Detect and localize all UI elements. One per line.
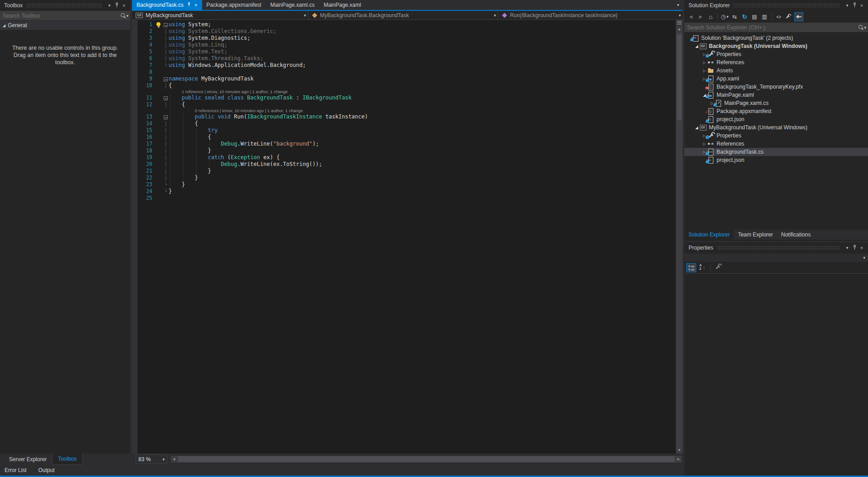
scroll-right-icon[interactable]: ► [675,456,682,463]
search-options-chevron-icon[interactable]: ▾ [864,25,866,30]
search-icon[interactable] [858,24,864,31]
collapse-icon[interactable]: ◢ [694,126,699,130]
fold-margin[interactable]: └ [163,62,169,69]
fold-margin[interactable]: │ [163,82,169,89]
refresh-icon[interactable]: ↻ [740,12,749,21]
codelens-indicator[interactable]: 1 reference | innov, 10 minutes ago | 1 … [169,89,683,94]
chevron-down-icon[interactable]: ▾ [162,457,165,462]
code-line-15[interactable]: 15│ try [132,127,683,134]
fold-margin[interactable]: └ [163,181,169,188]
toolbox-search-input[interactable] [3,13,120,19]
tab-notifications[interactable]: Notifications [777,230,815,240]
code-line-4[interactable]: 4│using System.Linq; [132,42,683,48]
tree-item-mainpage-xaml[interactable]: ◢MainPage.xaml [684,91,868,99]
fold-margin[interactable]: │ [163,161,169,168]
tree-item-backgroungtask-universal-windows[interactable]: ◢BackgroungTask (Universal Windows) [684,42,868,50]
fold-margin[interactable]: │ [163,134,169,141]
pin-tab-icon[interactable] [187,2,191,8]
close-icon[interactable]: × [120,3,127,8]
fold-margin[interactable] [163,76,169,82]
fold-margin[interactable] [163,195,169,202]
tree-item-backgroungtask-temporarykey-pfx[interactable]: BackgroungTask_TemporaryKey.pfx [684,83,868,91]
collapse-icon[interactable]: ◢ [694,44,699,48]
code-line-1[interactable]: 1using System; [132,21,683,28]
fold-margin[interactable]: │ [163,127,169,134]
scrollbar-thumb[interactable] [677,34,682,120]
fold-margin[interactable]: └ [163,188,169,195]
solution-explorer-search-input[interactable] [687,24,858,31]
fold-margin[interactable]: │ [163,154,169,161]
codelens-indicator[interactable]: 0 references | innov, 10 minutes ago | 1… [169,108,683,113]
search-icon[interactable] [120,13,126,19]
code-line-14[interactable]: 14│ { [132,120,683,127]
code-line-8[interactable]: 8 [132,69,683,76]
expand-icon[interactable]: ▷ [702,61,707,65]
close-icon[interactable]: × [858,3,865,8]
collapse-all-icon[interactable]: ▤ [750,12,759,21]
tab-package-appxmanifest[interactable]: Package.appxmanifest [202,0,266,10]
code-line-13[interactable]: 13 public void Run(IBackgroundTaskInstan… [132,113,683,120]
code-line-7[interactable]: 7└using Windows.ApplicationModel.Backgro… [132,62,683,69]
pin-icon[interactable] [851,2,858,9]
code-line-25[interactable]: 25 [132,195,683,202]
fold-margin[interactable]: │ [163,120,169,127]
fold-margin[interactable]: │ [163,141,169,147]
expand-icon[interactable]: ▷ [702,69,707,73]
tab-mainpage-xaml-cs[interactable]: MainPage.xaml.cs [266,0,319,10]
forward-icon[interactable]: ► [696,12,705,21]
window-position-icon[interactable]: ▾ [106,3,113,8]
collapse-region-icon[interactable] [164,96,168,100]
show-all-files-icon[interactable]: ▥ [760,12,769,21]
code-line-18[interactable]: 18│ } [132,147,683,154]
tab-server-explorer[interactable]: Server Explorer [4,453,52,465]
code-line-11[interactable]: 11 public sealed class BackgroundTask : … [132,94,683,101]
fold-margin[interactable]: │ [163,28,169,35]
vertical-scrollbar[interactable]: ▲ ▼ [676,20,683,453]
zoom-level-dropdown[interactable]: 83 % ▾ [136,454,167,464]
tree-item-project-json[interactable]: project.json [684,115,868,123]
property-pages-icon[interactable] [714,264,722,272]
code-line-22[interactable]: 22│ } [132,175,683,181]
tab-team-explorer[interactable]: Team Explorer [734,230,777,240]
code-line-12[interactable]: 12│ { [132,101,683,108]
alphabetical-sort-icon[interactable]: ↓ [698,263,707,272]
expand-icon[interactable]: ▷ [702,142,707,146]
project-dropdown[interactable]: C# MyBackgroundTask ▾ [132,11,308,19]
tab-mainpage-xaml[interactable]: MainPage.xaml [319,0,366,10]
fold-margin[interactable] [163,69,169,76]
properties-object-dropdown[interactable]: ▾ [684,254,868,262]
code-line-21[interactable]: 21│ } [132,168,683,175]
toolbox-search[interactable]: ▾ [0,11,130,20]
tree-item-references[interactable]: ▷References [684,140,868,148]
code-line-9[interactable]: 9namespace MyBackgroundTask [132,76,683,82]
pin-icon[interactable] [113,2,120,9]
tree-item-app-xaml[interactable]: ▷App.xaml [684,75,868,83]
tree-item-references[interactable]: ▷References [684,58,868,66]
member-dropdown[interactable]: Run(IBackgroundTaskInstance taskInstance… [498,11,683,19]
window-position-icon[interactable]: ▾ [844,3,851,8]
code-line-16[interactable]: 16│ { [132,134,683,141]
lightbulb-icon[interactable] [156,22,160,26]
tab-backgroundtask-cs[interactable]: BackgroundTask.cs × [132,0,202,10]
scrollbar-thumb[interactable] [178,456,675,462]
split-editor-grip-icon[interactable] [676,20,683,26]
tree-item-solution-backgroungtask-2-projects[interactable]: Solution 'BackgroungTask' (2 projects) [684,34,868,42]
fold-margin[interactable]: │ [163,175,169,181]
scroll-up-icon[interactable]: ▲ [676,26,683,33]
fold-margin[interactable] [163,21,169,28]
search-options-chevron-icon[interactable]: ▾ [126,14,128,18]
type-dropdown[interactable]: MyBackgroundTask.BackgroundTask ▾ [308,11,498,19]
code-line-23[interactable]: 23└ } [132,181,683,188]
code-line-19[interactable]: 19│ catch (Exception ex) { [132,154,683,161]
fold-margin[interactable]: │ [163,35,169,42]
solution-explorer-search[interactable]: ▾ [684,23,868,32]
tree-item-assets[interactable]: ▷Assets [684,66,868,75]
code-editor[interactable]: 1using System;2│using System.Collections… [132,20,683,453]
tree-item-mainpage-xaml-cs[interactable]: ▷MainPage.xaml.cs [684,99,868,107]
code-line-10[interactable]: 10│{ [132,82,683,89]
fold-margin[interactable]: │ [163,168,169,175]
horizontal-scrollbar[interactable]: ◄ ► [171,456,682,463]
scroll-down-icon[interactable]: ▼ [676,447,683,453]
chevron-down-icon[interactable]: ▾ [304,13,306,18]
properties-icon[interactable] [784,12,793,21]
